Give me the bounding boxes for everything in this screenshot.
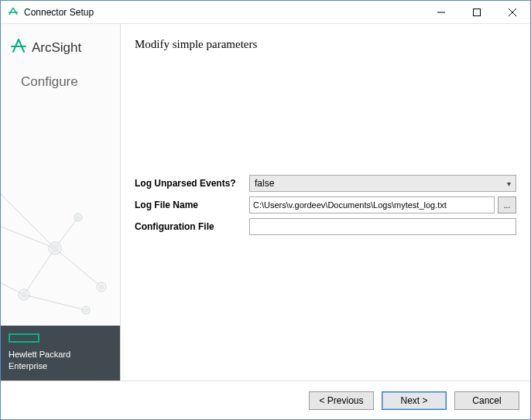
vendor-line2: Enterprise <box>9 360 112 371</box>
select-log-unparsed[interactable]: false ▾ <box>249 175 516 192</box>
body: ArcSight Configure <box>1 24 530 381</box>
sidebar-top: ArcSight Configure <box>1 24 120 90</box>
sidebar: ArcSight Configure <box>1 24 121 381</box>
parameters-form: Log Unparsed Events? false ▾ Log File Na… <box>135 175 516 235</box>
row-log-unparsed: Log Unparsed Events? false ▾ <box>135 175 516 192</box>
sidebar-art <box>1 121 120 326</box>
svg-line-2 <box>24 248 55 295</box>
svg-line-3 <box>55 248 101 287</box>
wizard-footer: < Previous Next > Cancel <box>1 381 530 419</box>
label-log-file: Log File Name <box>135 200 243 210</box>
main-panel: Modify simple parameters Log Unparsed Ev… <box>121 24 530 381</box>
svg-point-16 <box>84 308 89 313</box>
page-title: Modify simple parameters <box>135 38 516 51</box>
minimize-button[interactable] <box>423 1 459 24</box>
vendor-line1: Hewlett Packard <box>9 349 112 360</box>
brand-label: ArcSight <box>32 40 81 56</box>
svg-point-14 <box>20 291 28 299</box>
svg-line-5 <box>1 279 24 295</box>
close-button[interactable] <box>495 1 530 24</box>
window-controls <box>423 1 530 24</box>
brand: ArcSight <box>10 38 111 57</box>
titlebar: Connector Setup <box>1 1 530 24</box>
step-label: Configure <box>10 74 111 90</box>
browse-log-file-button[interactable]: ... <box>498 196 516 213</box>
input-config-file[interactable] <box>249 218 516 235</box>
row-log-file: Log File Name ... <box>135 196 516 213</box>
svg-point-15 <box>98 284 104 290</box>
hpe-logo-icon <box>9 333 39 343</box>
svg-line-4 <box>24 295 86 310</box>
svg-line-6 <box>1 225 55 248</box>
chevron-down-icon: ▾ <box>507 179 511 188</box>
svg-point-17 <box>76 215 81 220</box>
connector-setup-window: Connector Setup ArcS <box>0 0 531 420</box>
arcsight-icon <box>10 38 27 57</box>
sidebar-footer: Hewlett Packard Enterprise <box>1 326 120 381</box>
previous-button[interactable]: < Previous <box>309 391 374 410</box>
row-config-file: Configuration File <box>135 218 516 235</box>
svg-point-13 <box>50 244 60 253</box>
window-title: Connector Setup <box>24 7 94 18</box>
next-button[interactable]: Next > <box>382 391 447 410</box>
svg-rect-0 <box>474 9 481 15</box>
app-icon <box>7 6 19 19</box>
input-log-file[interactable] <box>249 196 495 213</box>
label-config-file: Configuration File <box>135 221 243 232</box>
cancel-button[interactable]: Cancel <box>454 391 519 410</box>
select-value: false <box>255 178 274 189</box>
label-log-unparsed: Log Unparsed Events? <box>135 178 243 189</box>
maximize-button[interactable] <box>459 1 495 24</box>
svg-line-1 <box>1 186 55 248</box>
